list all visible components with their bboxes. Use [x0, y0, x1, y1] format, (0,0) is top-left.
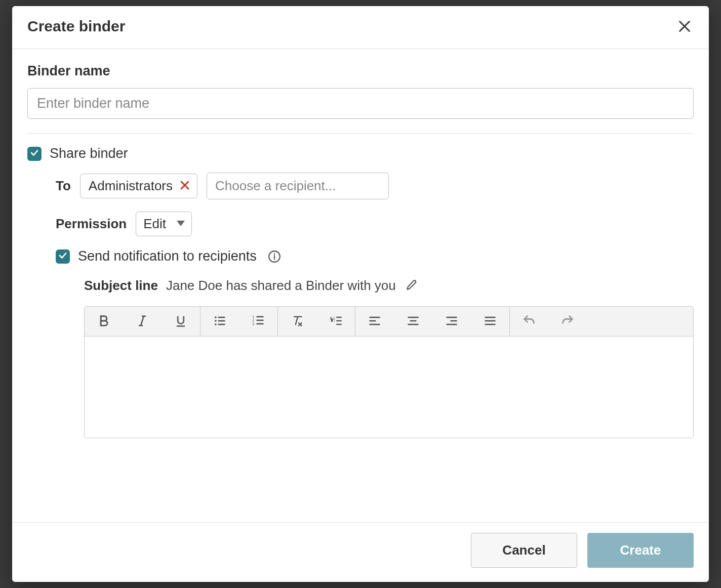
bold-icon [97, 314, 111, 329]
subject-value: Jane Doe has shared a Binder with you [166, 278, 396, 293]
svg-text:1: 1 [252, 315, 254, 319]
underline-button[interactable] [162, 307, 200, 336]
svg-point-7 [273, 253, 275, 255]
pencil-icon [405, 285, 418, 293]
create-binder-modal: Create binder Binder name [12, 6, 709, 582]
cancel-button[interactable]: Cancel [471, 533, 577, 568]
svg-rect-21 [257, 316, 264, 317]
bold-button[interactable] [85, 307, 123, 336]
notify-label: Send notification to recipients [78, 248, 257, 264]
align-center-icon [406, 314, 420, 329]
blockquote-button[interactable] [316, 307, 355, 336]
svg-line-10 [141, 316, 144, 325]
svg-point-14 [215, 323, 217, 325]
share-binder-checkbox[interactable] [27, 147, 42, 161]
modal-header: Create binder [12, 6, 709, 49]
share-section: Share binder To Administrators [27, 146, 694, 438]
svg-point-12 [215, 316, 217, 318]
subject-row: Subject line Jane Doe has shared a Binde… [84, 277, 694, 294]
svg-text:3: 3 [252, 322, 254, 326]
bullet-list-button[interactable] [201, 307, 239, 336]
undo-icon [522, 314, 536, 329]
align-right-button[interactable] [432, 307, 471, 336]
svg-rect-34 [408, 323, 419, 325]
clear-format-icon [290, 314, 304, 329]
align-center-button[interactable] [394, 307, 432, 336]
svg-rect-16 [218, 320, 225, 321]
align-right-icon [445, 314, 459, 329]
modal-title: Create binder [27, 18, 125, 35]
permission-label: Permission [56, 216, 127, 232]
blockquote-icon [329, 314, 343, 329]
svg-rect-32 [408, 316, 419, 318]
svg-rect-29 [370, 316, 380, 318]
svg-rect-33 [410, 320, 417, 321]
svg-rect-39 [485, 320, 496, 321]
svg-rect-22 [257, 319, 264, 321]
modal-footer: Cancel Create [12, 522, 709, 582]
numbered-list-icon: 123 [251, 314, 265, 329]
recipient-chip: Administrators [80, 174, 197, 198]
svg-rect-37 [447, 323, 457, 325]
editor-content-area[interactable] [85, 337, 693, 438]
remove-recipient-button[interactable] [179, 179, 191, 193]
svg-rect-17 [218, 323, 225, 325]
notify-checkbox[interactable] [56, 249, 70, 264]
align-justify-button[interactable] [471, 307, 509, 336]
check-icon [58, 251, 67, 262]
svg-rect-38 [485, 316, 496, 318]
svg-rect-15 [218, 316, 225, 318]
close-button[interactable] [675, 17, 694, 35]
permission-row: Permission Edit [56, 212, 694, 236]
svg-rect-36 [451, 320, 457, 321]
bullet-list-icon [213, 314, 227, 329]
underline-icon [174, 314, 188, 329]
to-label: To [56, 178, 71, 194]
recipient-input[interactable] [207, 173, 389, 199]
modal-body: Binder name Share binder To A [12, 49, 709, 522]
italic-icon [135, 314, 149, 329]
align-left-icon [368, 314, 382, 329]
svg-point-13 [215, 320, 217, 322]
svg-rect-35 [447, 316, 457, 318]
permission-select[interactable]: Edit [136, 212, 192, 236]
svg-text:2: 2 [252, 319, 254, 322]
binder-name-input[interactable] [27, 88, 694, 119]
binder-name-section: Binder name [27, 63, 694, 134]
to-row: To Administrators [56, 173, 694, 199]
svg-rect-26 [336, 316, 342, 317]
clear-format-button[interactable] [278, 307, 316, 336]
redo-button[interactable] [548, 307, 587, 336]
edit-subject-button[interactable] [404, 277, 419, 294]
italic-button[interactable] [123, 307, 162, 336]
align-left-button[interactable] [355, 307, 394, 336]
share-binder-label: Share binder [50, 146, 128, 161]
svg-rect-28 [336, 323, 342, 324]
binder-name-label: Binder name [27, 63, 694, 79]
svg-rect-40 [485, 323, 496, 325]
create-button[interactable]: Create [587, 533, 694, 568]
align-justify-icon [483, 314, 497, 329]
rich-text-editor: 123 [84, 306, 694, 438]
notify-row: Send notification to recipients [56, 248, 694, 264]
undo-button[interactable] [510, 307, 548, 336]
numbered-list-button[interactable]: 123 [239, 307, 277, 336]
subject-label: Subject line [84, 278, 158, 293]
info-icon[interactable] [268, 250, 281, 263]
redo-icon [560, 314, 575, 329]
svg-rect-23 [257, 323, 264, 324]
share-binder-row: Share binder [27, 146, 694, 161]
svg-rect-31 [370, 323, 380, 325]
editor-toolbar: 123 [85, 307, 693, 337]
svg-rect-30 [370, 320, 376, 321]
check-icon [30, 148, 39, 159]
svg-rect-27 [336, 320, 342, 321]
recipient-chip-label: Administrators [89, 178, 173, 194]
remove-icon [179, 179, 191, 193]
